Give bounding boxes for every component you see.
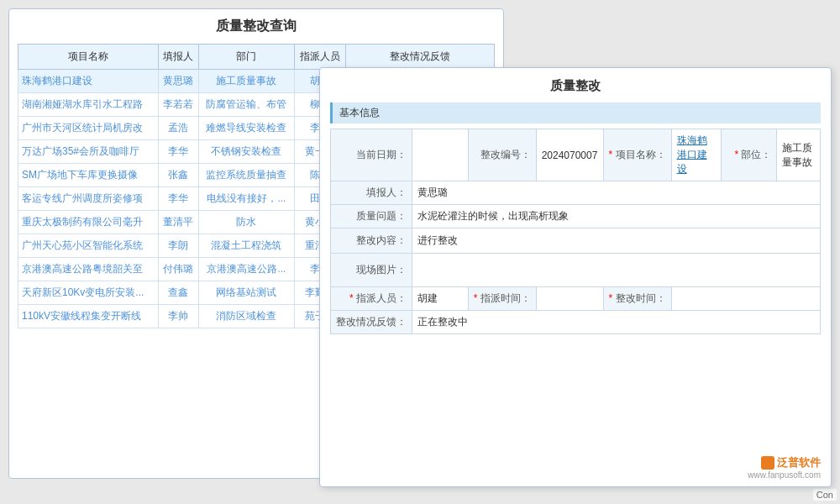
table-cell[interactable]: 珠海鹤港口建设: [18, 70, 159, 93]
table-cell: 李华: [158, 187, 199, 211]
logo-icon: [761, 456, 774, 470]
table-cell[interactable]: 京港澳高速公路粤境韶关至: [18, 258, 159, 281]
dept-label: 部位：: [721, 129, 777, 181]
table-cell: 网络基站测试: [199, 281, 294, 305]
table-cell[interactable]: 天府新区10Kv变电所安装...: [18, 281, 159, 305]
table-cell: 董清平: [158, 211, 199, 234]
reporter-value: 黄思璐: [412, 181, 821, 205]
assignee-label: 指派人员：: [331, 287, 412, 311]
project-value[interactable]: 珠海鹤港口建设: [671, 129, 721, 181]
project-label: 项目名称：: [603, 129, 671, 181]
assign-time-label: 指派时间：: [468, 287, 536, 311]
detail-title: 质量整改: [330, 78, 821, 94]
table-header: 整改情况反馈: [346, 45, 495, 70]
section-header: 基本信息: [330, 102, 821, 123]
issue-value: 水泥砼灌注的时候，出现高析现象: [412, 205, 821, 228]
current-date-value: [412, 129, 469, 181]
logo-area: 泛普软件 www.fanpusoft.com: [748, 455, 821, 480]
table-cell: 监控系统质量抽查: [199, 164, 294, 187]
code-label: 整改编号：: [468, 129, 536, 181]
code-value: 2024070007: [536, 129, 603, 181]
content-value: 进行整改: [412, 228, 821, 254]
rectify-time-value: [671, 287, 820, 311]
assignee-value: 胡建: [412, 287, 469, 311]
table-cell[interactable]: 重庆太极制药有限公司毫升: [18, 211, 159, 234]
table-cell[interactable]: 客运专线广州调度所姿修项: [18, 187, 159, 211]
assign-time-value: [536, 287, 603, 311]
table-cell: 查鑫: [158, 281, 199, 305]
table-cell: 李若若: [158, 93, 199, 117]
table-cell: 防腐管运输、布管: [199, 93, 294, 117]
rectify-time-label: 整改时间：: [603, 287, 671, 311]
issue-label: 质量问题：: [331, 205, 412, 228]
brand-name: 泛普软件: [777, 455, 821, 470]
current-date-label: 当前日期：: [331, 129, 412, 181]
table-cell: 混凝土工程浇筑: [199, 234, 294, 258]
table-cell: 黄思璐: [158, 70, 199, 93]
table-cell: 施工质量事故: [199, 70, 294, 93]
table-cell: 电线没有接好，...: [199, 187, 294, 211]
photo-label: 现场图片：: [331, 254, 412, 287]
table-cell: 京港澳高速公路...: [199, 258, 294, 281]
table-cell: 张鑫: [158, 164, 199, 187]
table-cell: 李朗: [158, 234, 199, 258]
main-title: 质量整改查询: [18, 18, 495, 35]
table-cell[interactable]: 广州市天河区统计局机房改: [18, 117, 159, 140]
table-cell[interactable]: SM广场地下车库更换摄像: [18, 164, 159, 187]
table-cell: 孟浩: [158, 117, 199, 140]
detail-panel: 质量整改 基本信息 当前日期： 整改编号： 2024070007 项目名称： 珠…: [319, 67, 832, 487]
table-cell[interactable]: 湖南湘娅湖水库引水工程路: [18, 93, 159, 117]
table-cell: 付伟璐: [158, 258, 199, 281]
table-header: 项目名称: [18, 45, 159, 70]
table-cell: 不锈钢安装检查: [199, 140, 294, 164]
table-header: 填报人: [158, 45, 199, 70]
table-header: 指派人员: [294, 45, 346, 70]
reporter-label: 填报人：: [331, 181, 412, 205]
photo-value: [412, 254, 821, 287]
table-cell[interactable]: 110kV安徽线程集变开断线: [18, 305, 159, 328]
table-cell[interactable]: 万达广场35#会所及咖啡厅: [18, 140, 159, 164]
table-cell: 李华: [158, 140, 199, 164]
table-cell: 消防区域检查: [199, 305, 294, 328]
corner-text: Con: [813, 489, 837, 501]
table-cell: 李帅: [158, 305, 199, 328]
table-cell: 防水: [199, 211, 294, 234]
table-cell: 难燃导线安装检查: [199, 117, 294, 140]
feedback-label: 整改情况反馈：: [331, 311, 412, 334]
content-label: 整改内容：: [331, 228, 412, 254]
table-header: 部门: [199, 45, 294, 70]
logo-url: www.fanpusoft.com: [748, 470, 821, 480]
dept-value: 施工质量事故: [777, 129, 821, 181]
detail-form-table: 当前日期： 整改编号： 2024070007 项目名称： 珠海鹤港口建设 部位：…: [330, 129, 821, 334]
feedback-value: 正在整改中: [412, 311, 821, 334]
table-cell[interactable]: 广州天心苑小区智能化系统: [18, 234, 159, 258]
